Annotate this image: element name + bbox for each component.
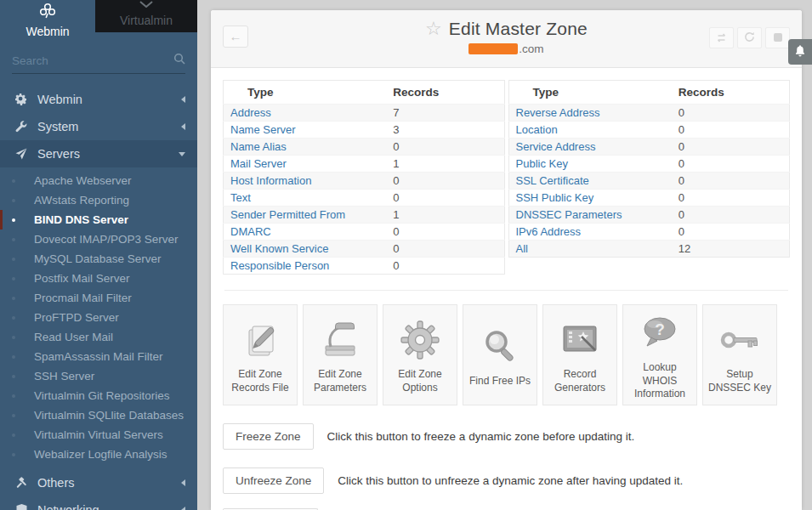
sidebar-item-system[interactable]: System [0,113,197,140]
record-type-link[interactable]: Mail Server [230,157,287,170]
sidebar-item-read-user-mail[interactable]: Read User Mail [0,327,197,347]
sidebar-item-virtualmin-virtual-servers[interactable]: Virtualmin Virtual Servers [0,425,197,445]
caret-down-icon [179,152,185,156]
search-icon[interactable] [173,53,185,68]
delete-button[interactable] [765,27,790,48]
bell-icon [794,44,806,60]
servers-submenu-wrap: Apache Webserver AWstats Reporting BIND … [0,167,197,469]
record-count: 0 [386,224,504,241]
table-row: Text0 [224,190,505,207]
repeat-button[interactable] [709,27,734,48]
record-count: 0 [672,173,790,190]
sidebar-item-label: BIND DNS Server [34,212,128,227]
sidebar-item-label: Webmin [37,93,82,106]
table-row: SSH Public Key0 [508,190,790,207]
card-label: Find Free IPs [469,375,531,388]
record-type-link[interactable]: IPv6 Address [516,225,582,238]
record-type-link[interactable]: Name Server [230,123,296,136]
sidebar-item-webmin[interactable]: Webmin [0,86,197,113]
freeze-zone-button[interactable]: Freeze Zone [223,423,314,450]
notifications-tab[interactable] [788,39,812,65]
sidebar-item-proftpd[interactable]: ProFTPD Server [0,308,197,327]
record-count: 0 [386,139,504,156]
bullet-icon [12,258,15,261]
record-type-link[interactable]: DNSSEC Parameters [516,208,622,221]
column-header-type: Type [224,81,387,105]
caret-left-icon [181,479,185,486]
record-generators-button[interactable]: Record Generators [542,304,617,405]
record-type-link[interactable]: Host Information [230,174,311,187]
unfreeze-zone-button[interactable]: Unfreeze Zone [223,468,324,494]
sidebar-item-procmail[interactable]: Procmail Mail Filter [0,288,197,308]
record-type-link[interactable]: All [516,242,528,255]
table-row: All12 [508,241,790,258]
edit-zone-parameters-button[interactable]: Edit Zone Parameters [303,304,378,405]
bullet-icon [12,238,15,241]
edit-zone-options-button[interactable]: Edit Zone Options [383,304,457,405]
record-type-link[interactable]: Sender Permitted From [230,208,345,221]
webmin-logo-icon [38,3,57,22]
sidebar-item-dovecot[interactable]: Dovecot IMAP/POP3 Server [0,230,197,249]
record-count: 0 [672,156,790,173]
table-row: Public Key0 [508,156,790,173]
sidebar-item-servers[interactable]: Servers [0,140,197,167]
sidebar-item-webalizer[interactable]: Webalizer Logfile Analysis [0,445,197,464]
record-type-link[interactable]: Well Known Service [230,242,328,255]
record-count: 0 [672,224,790,241]
sidebar-item-mysql[interactable]: MySQL Database Server [0,249,197,269]
refresh-button[interactable] [737,27,762,48]
delete-icon [773,31,783,46]
find-free-ips-button[interactable]: Find Free IPs [463,304,537,405]
product-tabs: Webmin Virtualmin [0,0,197,41]
gear-icon [12,94,31,105]
sidebar-item-bind-dns-server[interactable]: BIND DNS Server [0,210,197,230]
sidebar-item-others[interactable]: Others [0,469,197,496]
record-type-link[interactable]: Location [516,123,558,136]
record-type-link[interactable]: SSH Public Key [516,191,594,204]
caret-left-icon [181,96,185,103]
record-type-link[interactable]: Service Address [516,140,596,153]
search-input[interactable] [12,54,173,67]
table-row: Address7 [224,105,505,122]
sidebar-item-virtualmin-sqllite[interactable]: Virtualmin SQLlite Databases [0,405,197,425]
record-type-link[interactable]: DMARC [230,225,271,238]
bullet-icon [12,297,15,300]
bullet-icon [12,316,15,320]
record-count: 0 [386,241,504,258]
edit-zone-records-file-button[interactable]: Edit Zone Records File [223,304,298,405]
sidebar-item-virtualmin-git[interactable]: Virtualmin Git Repositories [0,386,197,405]
record-type-link[interactable]: Name Alias [230,140,287,153]
unfreeze-zone-row: Unfreeze Zone Click this button to unfre… [223,468,790,494]
record-type-link[interactable]: Public Key [516,157,568,170]
sidebar-item-label: Others [37,476,75,490]
tab-webmin[interactable]: Webmin [0,0,95,41]
table-row: DMARC0 [224,224,505,241]
sidebar-item-ssh-server[interactable]: SSH Server [0,366,197,386]
lookup-whois-information-button[interactable]: ? Lookup WHOIS Information [622,304,697,405]
bullet-icon [12,375,15,378]
chevron-down-icon [139,0,153,10]
bullet-icon [12,355,15,359]
bullet-icon [12,218,15,222]
sidebar-item-networking[interactable]: Networking [0,496,197,510]
sidebar-item-label: Virtualmin Git Repositories [34,388,170,403]
gear-icon [400,315,440,365]
star-icon[interactable]: ☆ [425,20,442,38]
sidebar-item-label: Virtualmin Virtual Servers [34,428,163,442]
sidebar-item-label: Virtualmin SQLlite Databases [34,408,184,422]
record-type-link[interactable]: Reverse Address [516,106,600,119]
record-type-link[interactable]: Text [230,191,251,204]
sidebar-item-awstats-reporting[interactable]: AWstats Reporting [0,190,197,210]
sidebar-item-label: MySQL Database Server [34,252,162,266]
sidebar-item-apache-webserver[interactable]: Apache Webserver [0,171,197,190]
record-type-link[interactable]: Address [230,106,271,119]
tab-virtualmin[interactable]: Virtualmin [95,0,197,32]
setup-dnssec-key-button[interactable]: Setup DNSSEC Key [702,304,777,405]
sidebar-item-spamassassin[interactable]: SpamAssassin Mail Filter [0,347,197,366]
record-type-link[interactable]: SSL Certificate [516,174,589,187]
record-type-link[interactable]: Responsible Person [230,259,329,272]
servers-submenu: Apache Webserver AWstats Reporting BIND … [0,167,197,469]
active-indicator [0,210,3,230]
sidebar-item-postfix[interactable]: Postfix Mail Server [0,269,197,288]
sidebar-item-label: Networking [37,503,99,510]
